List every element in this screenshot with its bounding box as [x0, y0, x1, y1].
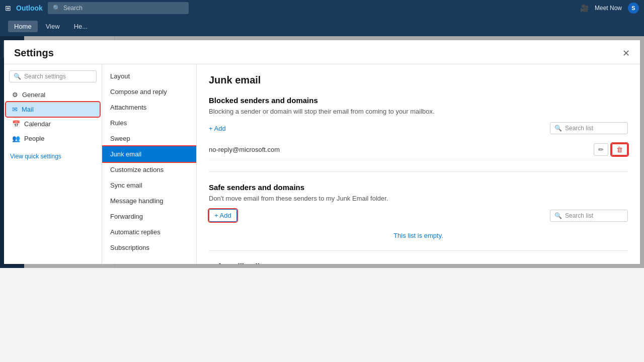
email-row: no-reply@microsoft.com ✏ 🗑 — [209, 139, 628, 160]
safe-senders-empty: This list is empty. — [209, 232, 628, 239]
titlebar-search-box[interactable]: 🔍 Search — [48, 2, 189, 14]
settings-search-placeholder: Search settings — [24, 73, 66, 80]
safe-senders-search-list[interactable]: 🔍 Search list — [550, 210, 628, 222]
mail-nav-label: Mail — [22, 106, 34, 113]
calendar-nav-icon: 📅 — [12, 120, 20, 128]
settings-overlay: Settings ✕ 🔍 Search settings ⚙ General — [0, 36, 644, 268]
settings-search-box[interactable]: 🔍 Search settings — [9, 70, 97, 82]
tab-home[interactable]: Home — [8, 21, 38, 32]
menu-item-forwarding[interactable]: Forwarding — [102, 209, 196, 224]
search-list-icon: 🔍 — [554, 125, 562, 132]
menu-item-layout[interactable]: Layout — [102, 68, 196, 84]
safe-senders-section: Safe senders and domains Don't move emai… — [209, 183, 628, 239]
settings-close-button[interactable]: ✕ — [622, 48, 630, 59]
general-icon: ⚙ — [12, 91, 18, 99]
view-quick-settings[interactable]: View quick settings — [4, 150, 102, 163]
menu-item-auto-replies[interactable]: Automatic replies — [102, 224, 196, 240]
mail-nav-icon: ✉ — [12, 106, 18, 113]
settings-content: Junk email Blocked senders and domains B… — [197, 64, 640, 264]
menu-item-junk-email[interactable]: Junk email — [102, 146, 196, 162]
people-nav-icon: 👥 — [12, 135, 20, 142]
blocked-search-list[interactable]: 🔍 Search list — [550, 122, 628, 134]
menu-item-compose[interactable]: Compose and reply — [102, 84, 196, 100]
content-area: ✉ 📅 👥 ✓ W X ☁ ⋯ ✉ New mail ▼ Favorites 👥… — [0, 36, 644, 268]
safe-mailing-section: Safe mailing lists Messages with mailing… — [209, 262, 628, 264]
safe-senders-actions-row: + Add 🔍 Search list — [209, 209, 628, 222]
settings-menu: Layout Compose and reply Attachments Rul… — [102, 64, 197, 264]
page-title: Junk email — [209, 74, 628, 86]
calendar-nav-label: Calendar — [24, 120, 51, 128]
row-actions: ✏ 🗑 — [594, 143, 628, 156]
settings-nav-item-general[interactable]: ⚙ General — [6, 87, 100, 102]
safe-senders-title: Safe senders and domains — [209, 183, 628, 192]
settings-title: Settings — [14, 47, 54, 59]
app-logo: Outlook — [16, 4, 43, 12]
menu-item-rules[interactable]: Rules — [102, 115, 196, 131]
blocked-senders-section: Blocked senders and domains Blocking a s… — [209, 96, 628, 160]
settings-nav: 🔍 Search settings ⚙ General ✉ Mail 📅 Cal… — [4, 64, 102, 264]
blocked-actions-row: + Add 🔍 Search list — [209, 122, 628, 134]
settings-nav-item-mail[interactable]: ✉ Mail — [6, 102, 100, 117]
safe-mailing-title: Safe mailing lists — [209, 262, 628, 264]
search-icon: 🔍 — [53, 5, 60, 12]
people-nav-label: People — [24, 135, 44, 142]
meet-now-text[interactable]: Meet Now — [595, 5, 622, 12]
safe-senders-add-button[interactable]: + Add — [209, 209, 237, 222]
safe-search-icon: 🔍 — [554, 212, 562, 219]
titlebar-right: 🎥 Meet Now S — [580, 3, 639, 14]
tab-view[interactable]: View — [40, 21, 66, 32]
search-list-placeholder: Search list — [565, 125, 593, 132]
settings-body: 🔍 Search settings ⚙ General ✉ Mail 📅 Cal… — [4, 64, 640, 264]
section-divider-1 — [209, 171, 628, 172]
menu-item-sweep[interactable]: Sweep — [102, 131, 196, 146]
blocked-title: Blocked senders and domains — [209, 96, 628, 105]
tab-help[interactable]: He... — [68, 21, 94, 32]
edit-email-button[interactable]: ✏ — [594, 143, 608, 156]
navbar: Home View He... — [0, 16, 644, 36]
blocked-add-button[interactable]: + Add — [209, 125, 226, 132]
avatar[interactable]: S — [628, 3, 639, 14]
safe-search-placeholder: Search list — [565, 212, 593, 219]
settings-nav-item-people[interactable]: 👥 People — [6, 131, 100, 146]
apps-grid-icon[interactable]: ⊞ — [5, 4, 11, 12]
search-text: Search — [63, 5, 83, 12]
blocked-email-text: no-reply@microsoft.com — [209, 146, 280, 153]
settings-panel: Settings ✕ 🔍 Search settings ⚙ General — [4, 40, 640, 264]
menu-item-sync[interactable]: Sync email — [102, 177, 196, 193]
titlebar: ⊞ Outlook 🔍 Search 🎥 Meet Now S — [0, 0, 644, 16]
blocked-desc: Blocking a sender or domain will stop th… — [209, 108, 628, 115]
menu-item-attachments[interactable]: Attachments — [102, 100, 196, 115]
menu-item-message[interactable]: Message handling — [102, 193, 196, 209]
settings-nav-item-calendar[interactable]: 📅 Calendar — [6, 117, 100, 131]
menu-item-customize[interactable]: Customize actions — [102, 162, 196, 177]
video-icon: 🎥 — [580, 4, 589, 12]
menu-item-subscriptions[interactable]: Subscriptions — [102, 240, 196, 255]
settings-header-bar: Settings ✕ — [4, 40, 640, 64]
section-divider-2 — [209, 250, 628, 251]
delete-email-button[interactable]: 🗑 — [611, 143, 628, 156]
general-label: General — [22, 91, 45, 99]
settings-search-icon: 🔍 — [14, 73, 21, 80]
safe-senders-desc: Don't move email from these senders to m… — [209, 195, 628, 202]
